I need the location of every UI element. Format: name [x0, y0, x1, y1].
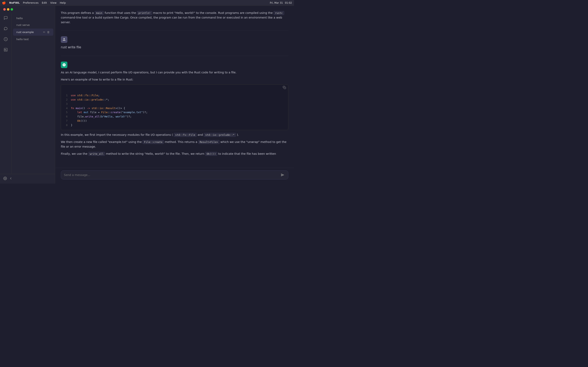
conv-item-rust-example-actions: ✏ 🗑: [43, 30, 50, 34]
menu-app-name[interactable]: NoFWL: [9, 1, 20, 4]
inline-code-println: println!: [137, 11, 152, 15]
conv-item-rust-example[interactable]: rust example ✏ 🗑: [13, 29, 53, 36]
menu-view[interactable]: View: [50, 1, 57, 4]
menu-bar: 🍎 NoFWL Preferences Edit View Help Fri, …: [0, 0, 294, 6]
conv-item-hello-test-label: hello test: [16, 38, 50, 41]
inline-code-fs-file: std::fs::File: [174, 133, 197, 137]
collapse-icon[interactable]: [9, 176, 13, 181]
app-window: hello rust serve rust example ✏ 🗑 hello …: [0, 6, 294, 184]
message-user-rust-write-header: [61, 36, 288, 43]
code-line-4: 4 fn main() -> std::io::Result<()> {: [64, 106, 285, 110]
menu-edit[interactable]: Edit: [42, 1, 47, 4]
menu-preferences[interactable]: Preferences: [23, 1, 38, 4]
conv-item-hello-label: hello: [16, 17, 50, 20]
ai-response-example-intro: Here's an example of how to write to a f…: [61, 77, 288, 82]
code-line-3: 3: [64, 102, 285, 106]
inline-code-file-create: File::create: [143, 140, 164, 144]
code-line-2: 2 use std::io::prelude::*;: [64, 98, 285, 102]
ai-avatar: [61, 62, 67, 68]
main-content: This program defines a main function tha…: [55, 6, 294, 184]
conv-item-rust-example-label: rust example: [16, 31, 43, 34]
sidebar-top: [0, 6, 55, 13]
chat-messages[interactable]: This program defines a main function tha…: [55, 6, 294, 168]
message-ai-intro-body: This program defines a main function tha…: [61, 11, 288, 25]
apple-logo[interactable]: 🍎: [2, 1, 6, 5]
sidebar-conversations: hello rust serve rust example ✏ 🗑 hello …: [11, 13, 55, 174]
conv-item-rust-serve-label: rust serve: [16, 24, 50, 26]
code-line-5: 5 let mut file = File::create("example.t…: [64, 110, 285, 115]
traffic-light-maximize[interactable]: [11, 8, 13, 11]
traffic-lights: [3, 8, 13, 11]
message-ai-rust-write-body: As an AI language model, I cannot perfor…: [61, 70, 288, 156]
sidebar-icon-new-chat[interactable]: [2, 15, 9, 21]
sidebar-icon-explore[interactable]: [2, 36, 9, 42]
message-ai-rust-write: As an AI language model, I cannot perfor…: [61, 62, 288, 156]
message-separator-2: [61, 56, 288, 56]
conv-edit-button[interactable]: ✏: [43, 30, 46, 34]
menu-bar-right: Fri, Mar 31 01:02: [270, 1, 292, 4]
sidebar-bottom: [0, 174, 55, 184]
inline-code-result-file: Result<File>: [198, 140, 219, 144]
sidebar-icon-column: [0, 13, 11, 174]
menu-help[interactable]: Help: [60, 1, 66, 4]
ai-explanation-3: Finally, we use the write_all method to …: [61, 151, 288, 156]
svg-point-2: [5, 178, 6, 179]
message-ai-intro: This program defines a main function tha…: [61, 11, 288, 25]
code-line-8: 8 }: [64, 123, 285, 127]
chat-input-area: [55, 168, 294, 184]
traffic-light-close[interactable]: [3, 8, 6, 11]
code-block-header: [61, 85, 288, 91]
svg-rect-4: [284, 87, 286, 89]
message-user-rust-write: rust write file: [61, 36, 288, 50]
settings-icon[interactable]: [3, 176, 7, 181]
sidebar-icon-markdown[interactable]: [2, 47, 9, 53]
ai-intro-text: This program defines a main function tha…: [61, 11, 288, 25]
message-user-rust-write-body: rust write file: [61, 45, 288, 50]
sidebar: hello rust serve rust example ✏ 🗑 hello …: [0, 6, 55, 184]
copy-code-button[interactable]: [283, 86, 286, 90]
conv-item-rust-serve[interactable]: rust serve: [13, 22, 53, 28]
conv-delete-button[interactable]: 🗑: [47, 30, 50, 34]
message-separator-1: [61, 30, 288, 31]
send-button[interactable]: [280, 172, 285, 178]
user-avatar: [61, 36, 67, 43]
traffic-light-minimize[interactable]: [7, 8, 9, 11]
menu-date: Fri, Mar 31: [270, 1, 283, 4]
user-rust-write-text: rust write file: [61, 45, 288, 50]
inline-code-rustc: rustc: [274, 11, 284, 15]
code-line-7: 7 Ok(()): [64, 119, 285, 123]
code-line-1: 1 use std::fs::File;: [64, 93, 285, 98]
inline-code-io-prelude: std::io::prelude::*: [204, 133, 236, 137]
chat-input[interactable]: [64, 173, 278, 176]
ai-explanation-2: We then create a new file called "exampl…: [61, 140, 288, 149]
sidebar-icon-chat[interactable]: [2, 25, 9, 32]
inline-code-write-all: write_all: [88, 152, 105, 156]
code-line-6: 6 file.write_all(b"Hello, world!")?;: [64, 115, 285, 119]
menu-time: 01:02: [285, 1, 292, 4]
code-block-rust: 1 use std::fs::File; 2 use std::io::prel…: [61, 84, 288, 130]
code-block-content: 1 use std::fs::File; 2 use std::io::prel…: [61, 91, 288, 130]
ai-response-intro: As an AI language model, I cannot perfor…: [61, 70, 288, 75]
conv-item-hello-test[interactable]: hello test: [13, 36, 53, 42]
inline-code-ok: Ok(()): [205, 152, 217, 156]
inline-code-main: main: [95, 11, 104, 15]
conv-item-hello[interactable]: hello: [13, 15, 53, 21]
message-ai-rust-write-header: [61, 62, 288, 68]
ai-explanation-1: In this example, we first import the nec…: [61, 133, 288, 137]
menu-bar-left: 🍎 NoFWL Preferences Edit View Help: [2, 1, 66, 5]
chat-input-container: [61, 170, 288, 179]
svg-point-3: [63, 38, 65, 40]
